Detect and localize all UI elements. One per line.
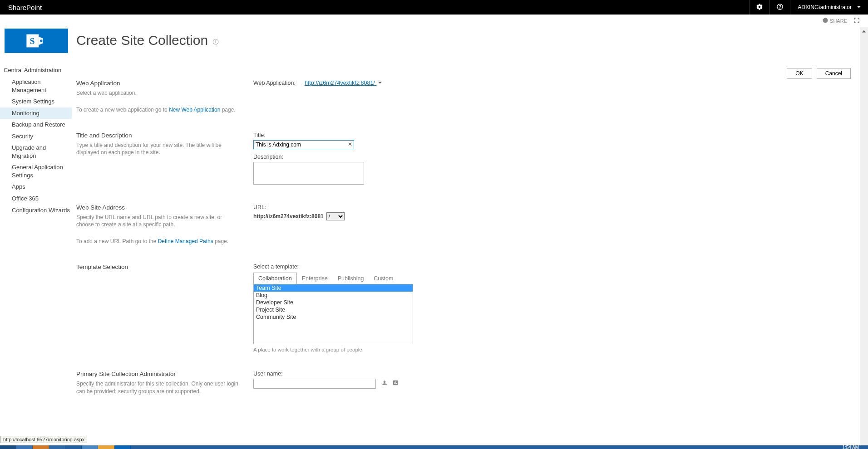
help-icon: [776, 3, 784, 12]
sidebar-item-apps[interactable]: Apps: [0, 181, 72, 193]
share-icon: [823, 18, 830, 24]
description-label: Description:: [253, 154, 851, 160]
section-primary-admin: Primary Site Collection Administrator Sp…: [76, 371, 851, 395]
sidebar-item-config-wizards[interactable]: Configuration Wizards: [0, 205, 72, 216]
url-label: URL:: [253, 204, 851, 210]
section-web-application: Web Application Select a web application…: [76, 80, 851, 114]
svg-point-3: [40, 39, 42, 42]
sidebar-item-application-management[interactable]: Application Management: [0, 76, 72, 96]
webapp-desc: Select a web application. To create a ne…: [76, 89, 240, 114]
template-item[interactable]: Developer Site: [254, 299, 413, 306]
address-desc: Specify the URL name and URL path to cre…: [76, 214, 240, 245]
cancel-button[interactable]: Cancel: [817, 68, 851, 79]
sidebar-item-upgrade-migration[interactable]: Upgrade and Migration: [0, 142, 72, 161]
clear-icon[interactable]: ✕: [348, 141, 352, 147]
username-input[interactable]: [253, 379, 376, 389]
admin-heading: Primary Site Collection Administrator: [76, 371, 240, 377]
top-bar: SharePoint ADXING\administrator: [0, 0, 868, 15]
title-heading: Title and Description: [76, 132, 240, 139]
description-input[interactable]: [253, 162, 364, 185]
chevron-down-icon: [857, 4, 861, 10]
section-website-address: Web Site Address Specify the URL name an…: [76, 204, 851, 245]
taskbar-time: 1:54 AM: [842, 445, 859, 449]
template-heading: Template Selection: [76, 264, 240, 270]
share-button[interactable]: SHARE: [823, 18, 847, 24]
managed-paths-link[interactable]: Define Managed Paths: [158, 238, 213, 244]
scroll-up-icon[interactable]: [860, 27, 868, 35]
webapp-dropdown[interactable]: http://iz6m274vextikfz:8081/: [305, 80, 382, 86]
template-item[interactable]: Community Site: [254, 313, 413, 321]
gear-icon: [756, 3, 763, 12]
info-icon[interactable]: [212, 33, 219, 48]
ok-button[interactable]: OK: [787, 68, 812, 79]
status-bar: http://localhost:9527/monitoring.aspx: [0, 436, 87, 443]
svg-text:S: S: [30, 36, 35, 46]
tab-enterprise[interactable]: Enterprise: [297, 273, 333, 284]
webapp-heading: Web Application: [76, 80, 240, 87]
title-label: Title:: [253, 132, 851, 138]
svg-point-6: [216, 40, 216, 41]
taskbar[interactable]: 1:54 AM: [0, 445, 868, 449]
sharepoint-logo[interactable]: S: [5, 29, 68, 53]
sidebar-item-security[interactable]: Security: [0, 131, 72, 142]
section-template-selection: Template Selection Select a template: Co…: [76, 264, 851, 352]
url-path-select[interactable]: /: [326, 212, 345, 220]
help-button[interactable]: [769, 0, 790, 15]
sidebar-item-monitoring[interactable]: Monitoring: [0, 107, 72, 119]
sidebar-item-office365[interactable]: Office 365: [0, 193, 72, 205]
tab-collaboration[interactable]: Collaboration: [253, 273, 297, 284]
new-webapp-link[interactable]: New Web Application: [169, 107, 220, 113]
browse-icon[interactable]: [390, 381, 399, 387]
template-select-label: Select a template:: [253, 264, 851, 270]
chevron-down-icon: [376, 80, 382, 86]
check-names-icon[interactable]: [379, 381, 390, 387]
page-title: Create Site Collection: [76, 33, 851, 48]
sidebar-item-backup-restore[interactable]: Backup and Restore: [0, 119, 72, 131]
title-desc: Type a title and description for your ne…: [76, 142, 240, 157]
section-title-description: Title and Description Type a title and d…: [76, 132, 851, 186]
user-menu[interactable]: ADXING\administrator: [790, 0, 868, 15]
focus-button[interactable]: [853, 17, 862, 24]
title-input[interactable]: [253, 140, 354, 149]
tab-publishing[interactable]: Publishing: [333, 273, 369, 284]
webapp-label: Web Application:: [253, 80, 296, 86]
sidebar-header: Central Administration: [0, 64, 72, 76]
user-label: ADXING\administrator: [798, 4, 852, 10]
share-label: SHARE: [830, 18, 847, 24]
admin-desc: Specify the administrator for this site …: [76, 380, 240, 395]
app-name: SharePoint: [0, 4, 42, 11]
template-item[interactable]: Blog: [254, 292, 413, 299]
url-base: http://iz6m274vextikfz:8081: [253, 213, 324, 220]
scrollbar[interactable]: [860, 27, 868, 449]
sidebar: S Central Administration Application Man…: [0, 27, 72, 449]
fullscreen-icon: [853, 17, 862, 24]
address-heading: Web Site Address: [76, 204, 240, 211]
sidebar-item-general-settings[interactable]: General Application Settings: [0, 161, 72, 181]
action-buttons: OK Cancel: [787, 68, 851, 79]
template-description: A place to work together with a group of…: [253, 347, 851, 352]
sidebar-item-system-settings[interactable]: System Settings: [0, 96, 72, 107]
template-tabs: Collaboration Enterprise Publishing Cust…: [253, 273, 413, 284]
share-bar: SHARE: [0, 15, 868, 27]
content-area: Create Site Collection OK Cancel Web App…: [72, 27, 860, 449]
template-listbox[interactable]: Team Site Blog Developer Site Project Si…: [253, 284, 413, 344]
tab-custom[interactable]: Custom: [369, 273, 398, 284]
settings-button[interactable]: [749, 0, 769, 15]
username-label: User name:: [253, 371, 851, 377]
template-item[interactable]: Project Site: [254, 306, 413, 313]
template-item[interactable]: Team Site: [254, 284, 413, 292]
